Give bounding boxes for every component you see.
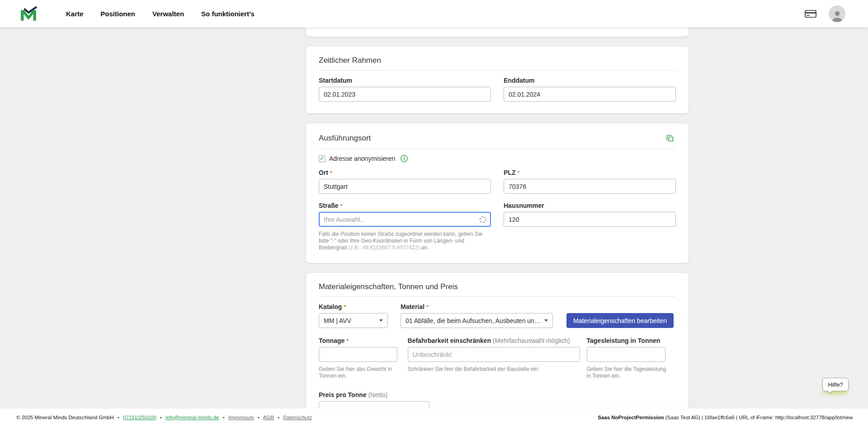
footer-agb-link[interactable]: AGB [263,415,274,420]
strasse-helper-text: Falls die Position keiner Straße zugeord… [319,231,491,251]
startdatum-field: Startdatum [319,77,491,102]
main-content: Zeitlicher Rahmen Startdatum Enddatum [0,28,868,408]
required-asterisk: * [340,202,343,209]
befahrbarkeit-input[interactable] [408,347,580,362]
footer-impressum-link[interactable]: Impressum [228,415,254,420]
tagesleistung-input[interactable] [587,347,665,362]
befahrbarkeit-label: Befahrbarkeit einschränken (Mehrfachausw… [408,337,587,345]
ausfuehrungsort-header: Ausführungsort [319,132,676,144]
nav-item-positionen[interactable]: Positionen [100,10,135,18]
hausnummer-label: Hausnummer [504,202,676,210]
tonnage-field: Tonnage* Geben Sie hier das Gewicht in T… [319,337,408,379]
anonymize-row: ✓ Adresse anonymisieren [319,154,676,163]
enddatum-input[interactable] [504,87,676,102]
materialeigenschaften-bearbeiten-button[interactable]: Materialeigenschaften bearbeiten [566,313,674,328]
footer: © 2025 Mineral Minds Deutschland GmbH • … [0,408,868,426]
startdatum-input[interactable] [319,87,491,102]
enddatum-label-text: Enddatum [504,77,534,84]
befahrbarkeit-helper-text: Schränken Sie hier die Befahrbarkeit der… [408,366,587,373]
separator-dot: • [258,415,259,420]
required-asterisk: * [344,304,346,310]
preis-input[interactable] [319,401,429,408]
plz-label-text: PLZ [504,169,515,176]
plz-input[interactable] [504,179,676,194]
preis-label-suffix: (Netto) [368,391,387,398]
katalog-label: Katalog* [319,303,388,311]
required-asterisk: * [426,304,429,310]
plz-field: PLZ* [504,169,676,194]
strasse-input[interactable] [319,212,491,227]
timeframe-fields: Startdatum Enddatum [319,77,676,102]
material-select-value: 01 Abfälle, die beim Aufsuchen, Ausbeute… [406,317,541,324]
loading-spinner-icon [479,216,486,223]
required-asterisk: * [346,337,349,344]
enddatum-field: Enddatum [504,77,676,102]
chevron-down-icon [544,319,548,322]
anonymize-checkbox[interactable]: ✓ [319,155,326,162]
material-field: Material* 01 Abfälle, die beim Aufsuchen… [401,303,553,328]
befahrbarkeit-field: Befahrbarkeit einschränken (Mehrfachausw… [408,337,587,373]
material-select[interactable]: 01 Abfälle, die beim Aufsuchen, Ausbeute… [401,313,553,328]
credit-card-icon [804,9,817,19]
ort-label-text: Ort [319,169,328,176]
katalog-select[interactable]: MM | AVV [319,313,388,328]
card-title-materialeigenschaften: Materialeigenschaften, Tonnen und Preis [319,282,676,292]
footer-datenschutz-link[interactable]: Datenschutz [283,415,312,420]
nav-item-verwalten[interactable]: Verwalten [152,10,184,18]
strasse-input-wrap [319,212,491,227]
credit-card-button[interactable] [803,8,818,19]
navbar-right-actions [803,5,845,22]
info-icon [400,154,408,163]
footer-email-link[interactable]: info@mineral-minds.de [165,415,219,420]
tonnage-label-text: Tonnage [319,337,344,344]
copy-address-button[interactable] [664,132,676,144]
hausnummer-label-text: Hausnummer [504,202,544,209]
footer-status: Saas NoProjectPermission (Saas Test AG) … [598,415,853,420]
required-asterisk: * [330,169,332,176]
anonymize-info-button[interactable] [400,154,408,163]
logo-icon [20,6,37,22]
user-avatar-icon [830,9,844,22]
tonnage-label: Tonnage* [319,337,408,345]
startdatum-label-text: Startdatum [319,77,352,84]
footer-left: © 2025 Mineral Minds Deutschland GmbH • … [16,415,312,420]
tonnage-helper-text: Geben Sie hier das Gewicht in Tonnen ein… [319,366,408,379]
material-label-text: Material [401,303,425,310]
copy-icon [665,133,675,143]
card-ausfuehrungsort: Ausführungsort ✓ Adresse anonymisieren [306,123,689,263]
tonnage-row: Tonnage* Geben Sie hier das Gewicht in T… [319,337,676,379]
user-avatar-button[interactable] [829,5,845,22]
hausnummer-field: Hausnummer [504,202,676,251]
nav-item-karte[interactable]: Karte [66,10,83,18]
hausnummer-input[interactable] [504,212,676,227]
separator-dot: • [223,415,225,420]
strasse-label: Straße* [319,202,491,210]
startdatum-label: Startdatum [319,77,491,84]
preis-field: Preis pro Tonne (Netto) [319,391,676,408]
tagesleistung-field: Tagesleistung in Tonnen Geben Sie hier d… [587,337,676,379]
saas-permission-label: Saas NoProjectPermission [598,415,664,420]
separator-dot: • [278,415,279,420]
tagesleistung-label: Tagesleistung in Tonnen [587,337,676,345]
katalog-label-text: Katalog [319,303,342,310]
tagesleistung-helper-text: Geben Sie hier die Tagesleistung in Tonn… [587,366,667,379]
divider [319,296,676,297]
katalog-select-value: MM | AVV [324,317,376,324]
main-navigation: Karte Positionen Verwalten So funktionie… [66,10,255,18]
befahrbarkeit-label-text: Befahrbarkeit einschränken [408,337,491,344]
material-edit-wrap: Materialeigenschaften bearbeiten [566,313,674,328]
iframe-url-info: (Saas Test AG) | 16fae1ffc6a6 | URL of i… [664,415,853,420]
divider [319,149,676,149]
separator-dot: • [118,415,119,420]
ort-input[interactable] [319,179,491,194]
top-navbar: Karte Positionen Verwalten So funktionie… [0,0,868,28]
ort-field: Ort* [319,169,491,194]
tonnage-input[interactable] [319,347,397,362]
footer-phone-link[interactable]: 07151/250100 [123,415,156,420]
mineral-minds-logo[interactable] [20,6,37,22]
strasse-helper-example: (z.B.: 48.8115607,9.4077422) [348,244,420,251]
strasse-label-text: Straße [319,202,339,209]
card-title-ausfuehrungsort: Ausführungsort [319,133,371,143]
help-button[interactable]: Hilfe? [822,378,849,391]
nav-item-so-funktionierts[interactable]: So funktioniert's [201,10,255,18]
